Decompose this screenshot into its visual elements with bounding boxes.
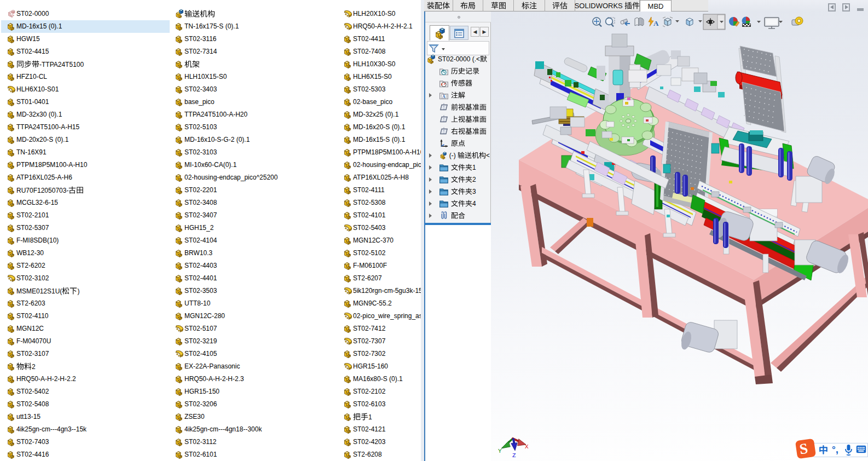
svg-text:Z: Z — [512, 452, 516, 459]
svg-text:A: A — [653, 19, 659, 27]
svg-text:Y: Y — [498, 448, 502, 454]
svg-text:X: X — [525, 443, 529, 450]
